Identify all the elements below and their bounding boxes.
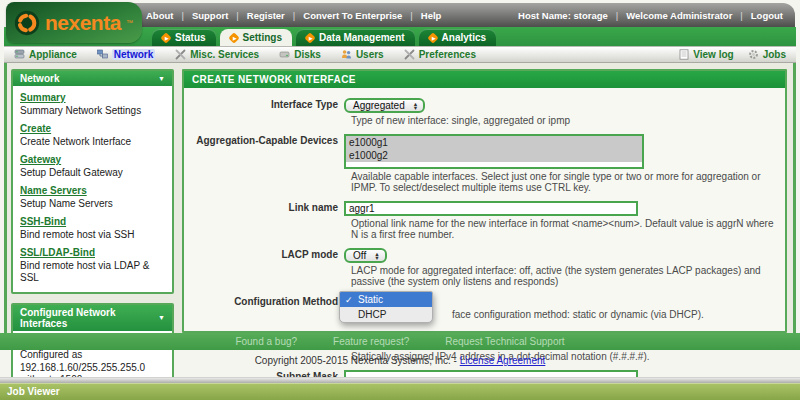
subnav-misc-services[interactable]: Misc. Services (175, 49, 259, 60)
subnav-appliance[interactable]: Appliance (14, 49, 77, 60)
top-link-convert[interactable]: Convert To Enterprise (303, 10, 421, 21)
tab-arrow-icon (228, 32, 239, 43)
feature-request-link[interactable]: Feature request? (333, 336, 409, 347)
subnav-users[interactable]: Users (341, 49, 384, 60)
copyright-text: Copyright 2005-2015 Nexenta Systems, Inc… (255, 355, 457, 366)
subnav-disks-label: Disks (294, 49, 321, 60)
network-panel: Network ▼ Summary Summary Network Settin… (11, 69, 174, 294)
top-link-about[interactable]: About (146, 10, 192, 21)
sidebar-link-summary[interactable]: Summary (20, 92, 66, 105)
subnav-network[interactable]: Network (97, 49, 155, 60)
list-item: SSL/LDAP-Bind Bind remote host via LDAP … (20, 247, 165, 285)
tab-data-management-label: Data Management (319, 32, 405, 43)
check-icon: ✓ (345, 295, 353, 305)
subnav-users-label: Users (356, 49, 384, 60)
config-method-help: face configuration method: static or dyn… (452, 309, 777, 320)
welcome-label: Welcome Administrator (626, 10, 751, 21)
sidebar-link-ssl-ldap-bind[interactable]: SSL/LDAP-Bind (20, 247, 95, 260)
menu-item-dhcp[interactable]: DHCP (340, 307, 432, 322)
tab-analytics-label: Analytics (442, 32, 486, 43)
network-icon (97, 49, 108, 60)
subnav-appliance-label: Appliance (29, 49, 77, 60)
link-name-help: Optional link name for the new interface… (351, 218, 777, 240)
support-links-bar: Found a bug? Feature request? Request Te… (0, 333, 800, 350)
sidebar-link-ssh-bind[interactable]: SSH-Bind (20, 216, 66, 229)
tab-arrow-icon (160, 32, 171, 43)
interface-type-value: Aggregated (353, 100, 405, 111)
top-link-help[interactable]: Help (421, 10, 442, 21)
request-support-link[interactable]: Request Technical Support (445, 336, 564, 347)
tab-arrow-icon (427, 32, 438, 43)
sidebar-link-name-servers[interactable]: Name Servers (20, 185, 87, 198)
main-content: CREATE NETWORK INTERFACE Interface Type … (182, 69, 787, 333)
view-log-button[interactable]: View log (679, 49, 733, 60)
network-panel-header[interactable]: Network ▼ (13, 71, 172, 86)
tools-icon (404, 49, 415, 60)
found-a-bug-link[interactable]: Found a bug? (235, 336, 297, 347)
job-viewer-bar[interactable]: Job Viewer (0, 383, 800, 400)
sidebar-desc-gateway: Setup Default Gateway (20, 167, 165, 180)
lacp-mode-value: Off (353, 250, 366, 261)
subnav-preferences-label: Preferences (419, 49, 476, 60)
top-link-support[interactable]: Support (192, 10, 247, 21)
configured-interfaces-panel-header[interactable]: Configured Network Interfaces ▼ (13, 305, 172, 331)
select-stepper-icon: ▲▼ (374, 252, 379, 260)
link-name-input[interactable] (344, 201, 638, 216)
nexenta-swirl-icon (14, 10, 40, 36)
link-name-label: Link name (184, 200, 344, 213)
sidebar-desc-ssl-ldap-bind: Bind remote host via LDAP & SSL (20, 260, 165, 285)
lacp-mode-select[interactable]: Off ▲▼ (344, 248, 387, 263)
logo-trademark: ™ (126, 19, 133, 26)
tab-data-management[interactable]: Data Management (296, 29, 415, 46)
tab-settings-label: Settings (243, 32, 282, 43)
sidebar-link-create[interactable]: Create (20, 123, 51, 136)
subnav-network-label: Network (112, 49, 155, 60)
logout-link[interactable]: Logout (751, 10, 783, 21)
users-icon (341, 49, 352, 60)
devices-label: Aggregation-Capable Devices (184, 133, 344, 146)
subnav-misc-services-label: Misc. Services (190, 49, 259, 60)
job-viewer-label: Job Viewer (7, 386, 60, 397)
menu-item-static[interactable]: ✓ Static (340, 292, 432, 307)
devices-listbox[interactable]: e1000g1 e1000g2 (344, 134, 644, 169)
subnav-preferences[interactable]: Preferences (404, 49, 476, 60)
top-strip: About Support Register Convert To Enterp… (130, 3, 795, 27)
document-icon (679, 49, 689, 60)
tab-status[interactable]: Status (152, 29, 216, 46)
page-title: CREATE NETWORK INTERFACE (184, 71, 785, 88)
lacp-mode-help: LACP mode for aggregated interface: off,… (351, 265, 777, 287)
configured-interfaces-title: Configured Network Interfaces (20, 307, 158, 329)
interface-type-label: Interface Type (184, 97, 344, 110)
sidebar-link-gateway[interactable]: Gateway (20, 154, 61, 167)
lacp-mode-label: LACP mode (184, 247, 344, 260)
sidebar-desc-summary: Summary Network Settings (20, 105, 165, 118)
devices-help: Available capable interfaces. Select jus… (351, 171, 777, 193)
settings-subnav: Appliance Network Misc. Services Disks U… (4, 46, 796, 63)
sidebar-desc-ssh-bind: Bind remote host via SSH (20, 229, 165, 242)
create-interface-form: Interface Type Aggregated ▲▼ Type of new… (184, 88, 785, 400)
list-item: Summary Summary Network Settings (20, 92, 165, 117)
sidebar-desc-create: Create Network Interface (20, 136, 165, 149)
interface-type-select[interactable]: Aggregated ▲▼ (344, 98, 425, 113)
device-option-e1000g1[interactable]: e1000g1 (346, 136, 642, 149)
top-link-register[interactable]: Register (247, 10, 303, 21)
jobs-label: Jobs (763, 49, 786, 60)
subnav-disks[interactable]: Disks (279, 49, 321, 60)
jobs-button[interactable]: Jobs (748, 49, 786, 60)
collapse-arrow-icon[interactable]: ▼ (158, 75, 165, 82)
license-agreement-link[interactable]: License Agreement (460, 355, 546, 366)
view-log-label: View log (693, 49, 733, 60)
sidebar: Network ▼ Summary Summary Network Settin… (7, 63, 177, 333)
tab-settings[interactable]: Settings (220, 29, 292, 46)
collapse-arrow-icon[interactable]: ▼ (158, 314, 165, 321)
tab-analytics[interactable]: Analytics (419, 29, 496, 46)
host-name-label: Host Name: storage (518, 10, 626, 21)
config-method-label: Configuration Method (184, 294, 344, 307)
device-option-e1000g2[interactable]: e1000g2 (346, 149, 642, 162)
tab-arrow-icon (304, 32, 315, 43)
nexenta-app: About Support Register Convert To Enterp… (0, 0, 800, 400)
nexenta-logo[interactable]: nexenta ™ (6, 2, 142, 43)
tab-status-label: Status (175, 32, 206, 43)
interface-type-help: Type of new interface: single, aggregate… (351, 115, 777, 126)
top-session-links: Host Name: storage Welcome Administrator… (518, 10, 783, 21)
